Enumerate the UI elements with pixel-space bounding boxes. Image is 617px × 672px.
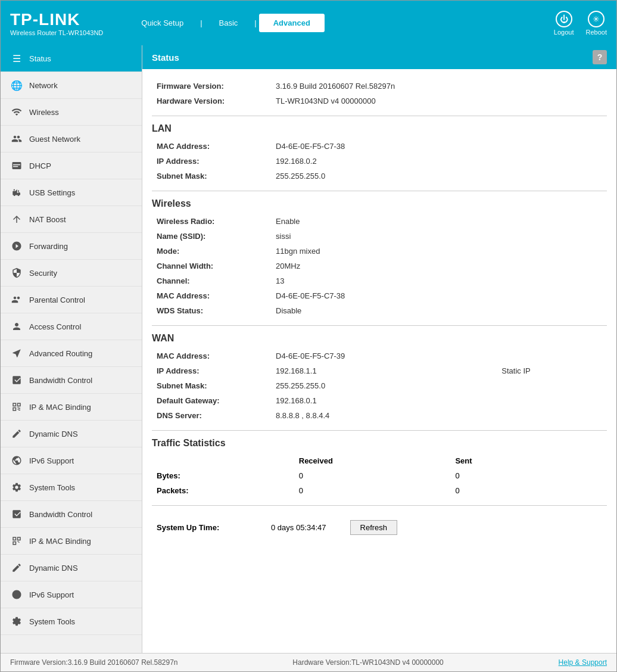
wan-ip-label: IP Address: [152,363,271,378]
sidebar-label-security: Security [29,269,57,278]
wireless-ssid-row: Name (SSID): sissi [152,229,607,244]
content-inner: Firmware Version: 3.16.9 Build 20160607 … [142,79,616,552]
sidebar-item-wireless[interactable]: Wireless [1,99,142,126]
wireless-mode-label: Mode: [152,244,271,259]
sidebar-label-system-tools-2: System Tools [29,617,75,626]
sidebar-item-ipv6-support[interactable]: IPv6 Support [1,447,142,474]
wireless-channel-width-label: Channel Width: [152,259,271,273]
wan-empty-4 [497,408,607,423]
traffic-packets-label: Packets: [152,483,294,498]
hardware-label: Hardware Version: [152,94,271,108]
wireless-channel-width-value: 20MHz [271,259,607,273]
sidebar-item-ip-mac-binding[interactable]: IP & MAC Binding [1,394,142,421]
sidebar-label-network: Network [29,81,58,90]
wireless-channel-row: Channel: 13 [152,273,607,288]
sidebar-item-status[interactable]: ☰ Status [1,45,142,72]
traffic-bytes-received: 0 [294,468,451,483]
wan-table: MAC Address: D4-6E-0E-F5-C7-39 IP Addres… [152,349,607,423]
sidebar-item-dynamic-dns[interactable]: Dynamic DNS [1,421,142,447]
sidebar-item-bandwidth-control-2[interactable]: Bandwidth Control [1,501,142,528]
lan-subnet-row: Subnet Mask: 255.255.255.0 [152,169,607,183]
logout-label: Logout [554,29,574,36]
header-actions: ⏻ Logout ✳ Reboot [554,11,607,36]
wan-gateway-value: 192.168.0.1 [271,393,497,408]
lan-title: LAN [152,123,607,134]
wan-mac-label: MAC Address: [152,349,271,363]
wireless-wds-label: WDS Status: [152,303,271,318]
sidebar-item-access-control[interactable]: Access Control [1,313,142,340]
access-control-icon [10,320,23,333]
sidebar-item-system-tools[interactable]: System Tools [1,474,142,501]
sidebar-label-nat-boost: NAT Boost [29,215,66,224]
sidebar-item-network[interactable]: 🌐 Network [1,72,142,99]
sidebar-item-security[interactable]: Security [1,260,142,287]
lan-mac-value: D4-6E-0E-F5-C7-38 [271,139,607,154]
wireless-radio-label: Wireless Radio: [152,214,271,229]
help-button[interactable]: ? [593,50,607,64]
sidebar-label-dynamic-dns: Dynamic DNS [29,430,78,438]
wireless-channel-value: 13 [271,273,607,288]
firmware-table: Firmware Version: 3.16.9 Build 20160607 … [152,79,607,108]
content-scroll[interactable]: Status ? Firmware Version: 3.16.9 Build … [142,45,616,653]
nav-divider-2: | [254,18,256,27]
sidebar-label-ipv6-support-2: IPv6 Support [29,590,74,599]
sidebar-label-advanced-routing: Advanced Routing [29,349,92,358]
logout-button[interactable]: ⏻ Logout [554,11,574,36]
wan-gateway-row: Default Gateway: 192.168.0.1 [152,393,607,408]
divider-4 [152,430,607,431]
wan-mac-row: MAC Address: D4-6E-0E-F5-C7-39 [152,349,607,363]
sidebar-label-forwarding: Forwarding [29,242,68,251]
tab-basic[interactable]: Basic [205,14,253,32]
logo-subtitle: Wireless Router TL-WR1043ND [10,29,103,36]
wireless-mode-value: 11bgn mixed [271,244,607,259]
uptime-row: System Up Time: 0 days 05:34:47 Refresh [152,513,607,542]
guest-network-icon [10,132,23,145]
tab-quick-setup[interactable]: Quick Setup [127,14,198,32]
traffic-packets-received: 0 [294,483,451,498]
firmware-row: Firmware Version: 3.16.9 Build 20160607 … [152,79,607,94]
sidebar-item-nat-boost[interactable]: NAT Boost [1,206,142,233]
reboot-icon: ✳ [588,11,604,27]
sidebar-label-system-tools: System Tools [29,483,75,492]
dhcp-icon [10,159,23,172]
sidebar-item-system-tools-2[interactable]: System Tools [1,608,142,635]
sidebar-label-usb-settings: USB Settings [29,188,75,197]
content-area: Status ? Firmware Version: 3.16.9 Build … [142,45,616,653]
refresh-button[interactable]: Refresh [350,520,398,535]
sidebar-item-guest-network[interactable]: Guest Network [1,126,142,153]
sidebar-item-bandwidth-control[interactable]: Bandwidth Control [1,367,142,394]
forwarding-icon [10,239,23,253]
wireless-channel-label: Channel: [152,273,271,288]
logout-icon: ⏻ [556,11,572,27]
sidebar-item-usb-settings[interactable]: USB Settings [1,179,142,206]
footer: Firmware Version:3.16.9 Build 20160607 R… [1,653,616,671]
usb-settings-icon [10,186,23,199]
sidebar-item-forwarding[interactable]: Forwarding [1,233,142,260]
lan-subnet-value: 255.255.255.0 [271,169,607,183]
sidebar-label-guest-network: Guest Network [29,135,80,144]
traffic-empty-header [152,453,294,468]
main-area: ☰ Status 🌐 Network Wireless Guest Networ… [1,45,616,653]
sidebar-item-advanced-routing[interactable]: Advanced Routing [1,340,142,367]
system-tools-icon [10,481,23,494]
traffic-bytes-sent: 0 [450,468,607,483]
tab-advanced[interactable]: Advanced [259,14,325,32]
bandwidth-control-2-icon [10,508,23,521]
footer-help-link[interactable]: Help & Support [559,658,607,667]
lan-mac-label: MAC Address: [152,139,271,154]
network-icon: 🌐 [10,79,23,92]
sidebar-item-dhcp[interactable]: DHCP [1,153,142,179]
wireless-mode-row: Mode: 11bgn mixed [152,244,607,259]
wan-gateway-label: Default Gateway: [152,393,271,408]
divider-5 [152,505,607,506]
wireless-ssid-label: Name (SSID): [152,229,271,244]
sidebar-item-parental-control[interactable]: Parental Control [1,287,142,313]
wireless-ssid-value: sissi [271,229,607,244]
sidebar-item-ipv6-support-2[interactable]: IPv6 Support [1,581,142,608]
divider-1 [152,116,607,116]
footer-firmware: Firmware Version:3.16.9 Build 20160607 R… [10,658,178,667]
reboot-button[interactable]: ✳ Reboot [586,11,607,36]
sidebar-label-wireless: Wireless [29,108,59,117]
sidebar-item-dynamic-dns-2[interactable]: Dynamic DNS [1,555,142,581]
sidebar-item-ip-mac-binding-2[interactable]: IP & MAC Binding [1,528,142,555]
